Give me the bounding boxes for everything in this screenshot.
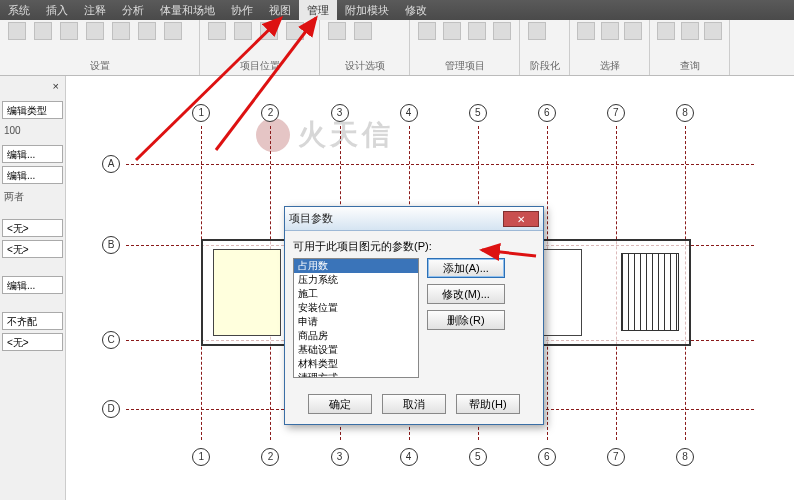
ribbon-btn[interactable] [600, 22, 620, 52]
list-item[interactable]: 压力系统 [294, 273, 418, 287]
ribbon-btn[interactable] [703, 22, 723, 52]
grid-bubble: 7 [607, 104, 625, 122]
add-button[interactable]: 添加(A)... [427, 258, 505, 278]
none-dropdown[interactable]: <无> [2, 240, 63, 258]
grid-bubble: 3 [331, 448, 349, 466]
ribbon-btn[interactable] [258, 22, 280, 52]
menu-0[interactable]: 系统 [0, 0, 38, 20]
grid-bubble: 6 [538, 448, 556, 466]
menu-bar: 系统 插入 注释 分析 体量和场地 协作 视图 管理 附加模块 修改 [0, 0, 794, 20]
ribbon-group-select: 选择 [570, 20, 650, 75]
ribbon-group-label: 管理项目 [416, 59, 513, 75]
workspace: × 编辑类型 100 编辑... 编辑... 两者 <无> <无> 编辑... … [0, 76, 794, 500]
ribbon-group-label: 阶段化 [526, 59, 563, 75]
ribbon-btn[interactable] [32, 22, 54, 52]
edit-button[interactable]: 编辑... [2, 145, 63, 163]
grid-bubble: A [102, 155, 120, 173]
grid-bubble: 4 [400, 448, 418, 466]
ribbon-btn[interactable] [326, 22, 348, 52]
list-item[interactable]: 占用数 [294, 259, 418, 273]
edit-button[interactable]: 编辑... [2, 276, 63, 294]
modify-button[interactable]: 修改(M)... [427, 284, 505, 304]
drawing-canvas[interactable]: 火天信 1 2 3 4 5 6 7 8 1 2 3 4 5 6 7 [66, 76, 794, 500]
grid-bubble: D [102, 400, 120, 418]
ribbon-btn[interactable] [110, 22, 132, 52]
grid-bubble: 6 [538, 104, 556, 122]
properties-panel: × 编辑类型 100 编辑... 编辑... 两者 <无> <无> 编辑... … [0, 76, 66, 500]
ribbon-group-label: 查询 [656, 59, 723, 75]
ribbon-btn[interactable] [6, 22, 28, 52]
list-item[interactable]: 清理方式 [294, 371, 418, 378]
ribbon-btn[interactable] [656, 22, 676, 52]
dialog-close-button[interactable]: ✕ [503, 211, 539, 227]
menu-6[interactable]: 视图 [261, 0, 299, 20]
menu-9[interactable]: 修改 [397, 0, 435, 20]
list-item[interactable]: 商品房 [294, 329, 418, 343]
list-item[interactable]: 施工 [294, 287, 418, 301]
ribbon-group-label: 选择 [576, 59, 643, 75]
ribbon-group-phase: 阶段化 [520, 20, 570, 75]
ok-button[interactable]: 确定 [308, 394, 372, 414]
ribbon-btn[interactable] [467, 22, 488, 52]
menu-4[interactable]: 体量和场地 [152, 0, 223, 20]
cancel-button[interactable]: 取消 [382, 394, 446, 414]
ribbon-btn[interactable] [352, 22, 374, 52]
ribbon-btn[interactable] [162, 22, 184, 52]
ribbon-group-manage: 管理项目 [410, 20, 520, 75]
ribbon-btn[interactable] [136, 22, 158, 52]
ribbon-group-label: 设置 [6, 59, 193, 75]
grid-bubble: 5 [469, 104, 487, 122]
ribbon-group-location: 项目位置 [200, 20, 320, 75]
grid-bubble: 1 [192, 448, 210, 466]
menu-1[interactable]: 插入 [38, 0, 76, 20]
ribbon-btn[interactable] [441, 22, 462, 52]
delete-button[interactable]: 删除(R) [427, 310, 505, 330]
ribbon-group-design: 设计选项 [320, 20, 410, 75]
ribbon-group-settings: 设置 [0, 20, 200, 75]
ribbon-btn[interactable] [680, 22, 700, 52]
edit-type-button[interactable]: 编辑类型 [2, 101, 63, 119]
grid-bubble: 1 [192, 104, 210, 122]
ribbon-btn[interactable] [623, 22, 643, 52]
list-item[interactable]: 申请 [294, 315, 418, 329]
menu-2[interactable]: 注释 [76, 0, 114, 20]
edit-button[interactable]: 编辑... [2, 166, 63, 184]
list-item[interactable]: 材料类型 [294, 357, 418, 371]
ribbon-btn[interactable] [492, 22, 513, 52]
none-dropdown[interactable]: <无> [2, 219, 63, 237]
menu-5[interactable]: 协作 [223, 0, 261, 20]
grid-bubble: 5 [469, 448, 487, 466]
list-item[interactable]: 基础设置 [294, 343, 418, 357]
grid-bubble: 2 [261, 448, 279, 466]
val-100: 100 [4, 125, 63, 136]
ribbon-btn[interactable] [416, 22, 437, 52]
label-both: 两者 [4, 190, 63, 204]
ribbon-group-label: 设计选项 [326, 59, 403, 75]
ribbon-btn[interactable] [58, 22, 80, 52]
ribbon-btn[interactable] [526, 22, 548, 52]
ribbon-btn[interactable] [206, 22, 228, 52]
menu-8[interactable]: 附加模块 [337, 0, 397, 20]
ribbon-group-query: 查询 [650, 20, 730, 75]
none-dropdown[interactable]: <无> [2, 333, 63, 351]
grid-bubble: B [102, 236, 120, 254]
ribbon-btn[interactable] [576, 22, 596, 52]
menu-3[interactable]: 分析 [114, 0, 152, 20]
ribbon-group-label: 项目位置 [206, 59, 313, 75]
ribbon-btn[interactable] [284, 22, 306, 52]
menu-7[interactable]: 管理 [299, 0, 337, 20]
not-all-dropdown[interactable]: 不齐配 [2, 312, 63, 330]
panel-close-icon[interactable]: × [2, 80, 63, 92]
dialog-title: 项目参数 [289, 211, 503, 226]
ribbon-btn[interactable] [232, 22, 254, 52]
grid-bubble: 8 [676, 448, 694, 466]
grid-bubble: 4 [400, 104, 418, 122]
grid-bubble: 3 [331, 104, 349, 122]
help-button[interactable]: 帮助(H) [456, 394, 520, 414]
dialog-titlebar[interactable]: 项目参数 ✕ [285, 207, 543, 231]
dialog-caption: 可用于此项目图元的参数(P): [293, 239, 535, 254]
ribbon-btn[interactable] [84, 22, 106, 52]
list-item[interactable]: 安装位置 [294, 301, 418, 315]
parameter-listbox[interactable]: 占用数 压力系统 施工 安装位置 申请 商品房 基础设置 材料类型 清理方式 压… [293, 258, 419, 378]
grid-bubble: 8 [676, 104, 694, 122]
